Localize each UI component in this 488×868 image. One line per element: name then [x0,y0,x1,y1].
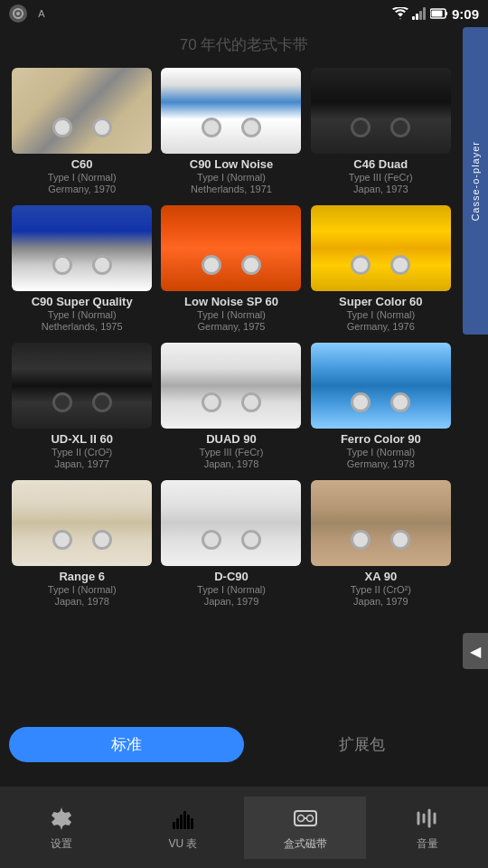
time-display: 9:09 [452,6,479,22]
nav-vu[interactable]: VU 表 [122,797,244,859]
svg-rect-11 [176,818,179,829]
cassette-thumbnail [311,480,451,566]
nav-cassette[interactable]: 盒式磁带 [244,797,366,859]
svg-rect-15 [191,818,193,829]
list-item[interactable]: C90 Super Quality Type I (Normal) Nether… [9,202,155,335]
cassette-origin: Japan, 1977 [54,458,109,469]
side-tab[interactable]: Casse-o-player [463,27,488,335]
cassette-type: Type I (Normal) [197,172,266,183]
cassette-origin: Japan, 1979 [204,596,259,607]
svg-rect-5 [423,7,426,20]
cassette-icon [291,804,320,833]
cassette-thumbnail [12,343,152,429]
cassette-name: C90 Low Noise [190,157,273,171]
standard-button[interactable]: 标准 [9,727,244,762]
svg-rect-13 [183,811,186,829]
svg-point-20 [305,817,306,819]
list-item[interactable]: Low Noise SP 60 Type I (Normal) Germany,… [158,202,304,335]
cassette-origin: Germany, 1975 [197,321,265,332]
status-left-icons: A [9,5,51,23]
cassette-type: Type I (Normal) [346,447,415,458]
cassette-thumbnail [161,480,301,566]
circle-icon [9,5,27,23]
cassette-origin: Germany, 1978 [347,458,415,469]
cassette-type: Type III (FeCr) [349,172,413,183]
cassette-thumbnail [161,68,301,154]
list-item[interactable]: C46 Duad Type III (FeCr) Japan, 1973 [308,64,454,198]
status-bar: A 9:09 [0,0,488,27]
cassette-name: C46 Duad [353,157,408,171]
svg-rect-12 [180,815,183,829]
cassette-thumbnail [12,480,152,566]
cassette-thumbnail [161,205,301,291]
a-icon: A [33,5,51,23]
cassette-type: Type II (CrO²) [351,584,411,595]
main-content[interactable]: C60 Type I (Normal) Germany, 1970 C90 Lo… [0,64,488,720]
cassette-thumbnail [311,68,451,154]
cassette-name: C90 Super Quality [32,295,133,308]
side-tab-label: Casse-o-player [470,141,481,222]
signal-icon [412,7,427,20]
list-item[interactable]: D-C90 Type I (Normal) Japan, 1979 [158,476,304,610]
vu-label: VU 表 [168,836,197,852]
cassette-thumbnail [311,205,451,291]
cassette-type: Type I (Normal) [197,584,266,595]
volume-label: 音量 [417,836,438,852]
cassette-name: Low Noise SP 60 [184,295,278,308]
battery-icon [430,8,448,19]
cassette-origin: Germany, 1970 [48,184,116,194]
cassette-name: C60 [71,157,93,171]
list-item[interactable]: UD-XL II 60 Type II (CrO²) Japan, 1977 [9,339,155,473]
nav-settings[interactable]: 设置 [0,797,122,859]
cassette-name: DUAD 90 [206,432,257,446]
cassette-type: Type I (Normal) [48,309,117,320]
cassette-name: Range 6 [59,570,105,583]
status-right-icons: 9:09 [392,6,479,22]
svg-rect-7 [446,12,447,15]
cassette-thumbnail [161,343,301,429]
svg-rect-8 [431,11,442,17]
nav-volume[interactable]: 音量 [366,797,488,859]
svg-rect-14 [187,815,190,829]
cassette-name: Super Color 60 [339,295,422,308]
cassette-type: Type I (Normal) [48,584,117,595]
svg-point-17 [297,815,304,821]
list-item[interactable]: C90 Low Noise Type I (Normal) Netherland… [158,64,304,198]
list-item[interactable]: C60 Type I (Normal) Germany, 1970 [9,64,155,198]
cassette-type: Type III (FeCr) [200,447,264,458]
toggle-bar: 标准 扩展包 [0,720,488,769]
cassette-origin: Netherlands, 1971 [191,184,272,194]
cassette-origin: Japan, 1978 [204,458,259,469]
cassette-origin: Germany, 1976 [347,321,415,332]
cassette-type: Type I (Normal) [346,309,415,320]
cassette-name: D-C90 [214,570,249,583]
svg-rect-2 [412,16,415,20]
svg-rect-3 [416,14,418,20]
cassette-origin: Japan, 1973 [353,184,408,194]
cassette-name: Ferro Color 90 [341,432,421,446]
cassette-name: XA 90 [364,570,397,583]
settings-label: 设置 [51,836,72,852]
wifi-icon [392,7,408,20]
list-item[interactable]: XA 90 Type II (CrO²) Japan, 1979 [308,476,454,610]
cassette-type: Type II (CrO²) [52,447,112,458]
vu-icon [169,804,198,833]
cassette-origin: Japan, 1978 [54,596,109,607]
list-item[interactable]: Super Color 60 Type I (Normal) Germany, … [308,202,454,335]
cassette-origin: Netherlands, 1975 [42,321,123,332]
cassette-origin: Japan, 1979 [353,596,408,607]
scroll-arrow[interactable]: ◀ [463,633,488,669]
extension-button[interactable]: 扩展包 [244,727,479,762]
cassette-type: Type I (Normal) [197,309,266,320]
list-item[interactable]: Range 6 Type I (Normal) Japan, 1978 [9,476,155,610]
svg-point-1 [16,12,20,15]
svg-rect-4 [419,11,422,20]
settings-icon [47,804,76,833]
cassette-thumbnail [12,68,152,154]
cassette-type: Type I (Normal) [48,172,117,183]
cassette-thumbnail [12,205,152,291]
list-item[interactable]: Ferro Color 90 Type I (Normal) Germany, … [308,339,454,473]
svg-point-18 [306,815,313,821]
cassette-grid: C60 Type I (Normal) Germany, 1970 C90 Lo… [9,64,479,610]
list-item[interactable]: DUAD 90 Type III (FeCr) Japan, 1978 [158,339,304,473]
